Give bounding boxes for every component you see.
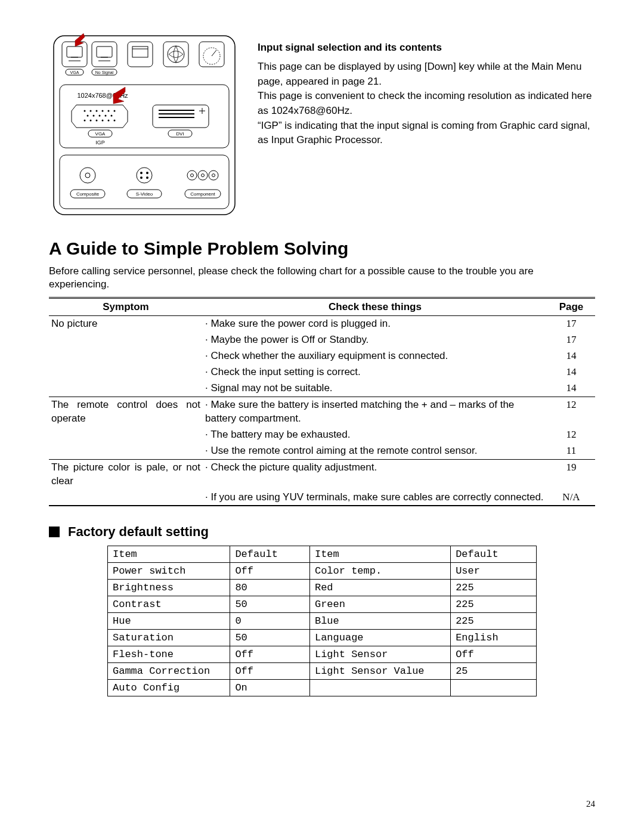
svg-point-22 (90, 110, 92, 112)
def-val-r: 225 (451, 596, 537, 613)
def-item-l: Auto Config (108, 680, 230, 696)
symptom-cell (49, 380, 203, 397)
svg-point-58 (198, 171, 208, 180)
def-col-item-r: Item (309, 546, 450, 563)
def-item-l: Flesh-tone (108, 646, 230, 663)
symptom-cell (49, 348, 203, 364)
def-val-r: 225 (451, 613, 537, 630)
symptom-cell: No picture (49, 316, 203, 332)
composite-label: Composite (76, 191, 100, 197)
gauge-icon (199, 42, 224, 67)
svg-point-59 (209, 171, 218, 180)
svg-rect-7 (92, 42, 117, 67)
page-cell: N/A (547, 490, 595, 506)
check-cell: · Check whether the auxiliary equipment … (203, 348, 547, 364)
table-row: Gamma CorrectionOffLight Sensor Value25 (108, 663, 537, 680)
def-col-item-l: Item (108, 546, 230, 563)
igp-label: IGP (95, 140, 105, 145)
svg-point-53 (146, 172, 148, 174)
col-check: Check these things (203, 298, 547, 316)
svg-point-62 (212, 174, 215, 177)
svg-rect-2 (67, 47, 82, 57)
def-item-l: Hue (108, 613, 230, 630)
window-icon (128, 42, 153, 67)
svg-point-29 (99, 115, 101, 117)
table-row: Auto ConfigOn (108, 680, 537, 696)
def-val-r: User (451, 563, 537, 580)
svideo-label: S-Video (136, 191, 153, 197)
page-cell: 12 (547, 397, 595, 426)
page-cell: 17 (547, 332, 595, 348)
page-cell: 12 (547, 427, 595, 443)
svg-rect-15 (163, 42, 188, 67)
def-val-r (451, 680, 537, 696)
svg-point-34 (96, 120, 98, 122)
def-item-r: Light Sensor (309, 646, 450, 663)
intro-text: Before calling service personnel, please… (49, 265, 595, 291)
svg-point-60 (191, 174, 194, 177)
def-val-l: Off (230, 563, 310, 580)
check-cell: · If you are using YUV terminals, make s… (203, 490, 547, 506)
check-cell: · Check the picture quality adjustment. (203, 459, 547, 489)
table-row: Hue0Blue225 (108, 613, 537, 630)
page-cell: 14 (547, 380, 595, 397)
component-label: Component (190, 191, 215, 197)
table-row: · Check whether the auxiliary equipment … (49, 348, 595, 364)
table-row: · Check the input setting is correct.14 (49, 364, 595, 380)
svg-point-28 (93, 115, 95, 117)
svg-point-33 (90, 120, 92, 122)
top-row: VGA No Signal (49, 30, 595, 221)
table-row: · Signal may not be suitable.14 (49, 380, 595, 397)
def-val-l: On (230, 680, 310, 696)
globe-icon (163, 42, 188, 67)
composite-jack-icon: Composite (70, 168, 105, 198)
svg-point-54 (140, 176, 143, 179)
svg-rect-17 (199, 42, 224, 67)
osd-diagram: VGA No Signal (49, 30, 240, 221)
signal-para-2: This page is convenient to check the inc… (258, 89, 595, 118)
table-row: The picture color is pale, or not clear·… (49, 459, 595, 489)
def-item-l: Gamma Correction (108, 663, 230, 680)
def-item-r: Red (309, 580, 450, 596)
trouble-table: Symptom Check these things Page No pictu… (49, 297, 595, 506)
def-item-r (309, 680, 450, 696)
svg-point-23 (96, 110, 98, 112)
check-cell: · Use the remote control aiming at the r… (203, 443, 547, 459)
def-val-l: Off (230, 646, 310, 663)
page-title: A Guide to Simple Problem Solving (49, 239, 595, 259)
svg-point-24 (102, 110, 104, 112)
def-val-l: 50 (230, 630, 310, 646)
document-page: VGA No Signal (0, 0, 644, 833)
def-val-r: Off (451, 646, 537, 663)
def-val-r: 25 (451, 663, 537, 680)
table-row: No picture· Make sure the power cord is … (49, 316, 595, 332)
svg-point-30 (105, 115, 107, 117)
svg-rect-13 (132, 47, 148, 57)
signal-para-1: This page can be displayed by using [Dow… (258, 60, 595, 89)
svg-point-35 (102, 120, 104, 122)
svg-point-31 (111, 115, 113, 117)
defaults-heading: Factory default setting (49, 524, 595, 540)
square-bullet-icon (49, 527, 60, 537)
col-symptom: Symptom (49, 298, 203, 316)
monitor-a-icon: VGA (62, 33, 87, 75)
check-cell: · The battery may be exhausted. (203, 427, 547, 443)
svg-point-25 (108, 110, 110, 112)
table-row: Power switchOffColor temp.User (108, 563, 537, 580)
svg-rect-8 (97, 47, 112, 57)
svg-rect-41 (159, 110, 194, 111)
svg-point-21 (84, 110, 86, 112)
symptom-cell (49, 332, 203, 348)
def-item-l: Brightness (108, 580, 230, 596)
signal-section-header: Input signal selection and its contents (258, 42, 595, 54)
defaults-table: Item Default Item Default Power switchOf… (107, 546, 537, 696)
def-item-r: Color temp. (309, 563, 450, 580)
svg-rect-42 (159, 113, 194, 114)
svg-point-48 (80, 168, 95, 183)
table-row: The remote control does not operate· Mak… (49, 397, 595, 426)
nosig-label: No Signal (95, 70, 114, 75)
check-cell: · Signal may not be suitable. (203, 380, 547, 397)
table-row: · If you are using YUV terminals, make s… (49, 490, 595, 506)
def-item-r: Green (309, 596, 450, 613)
svg-rect-40 (153, 105, 209, 128)
